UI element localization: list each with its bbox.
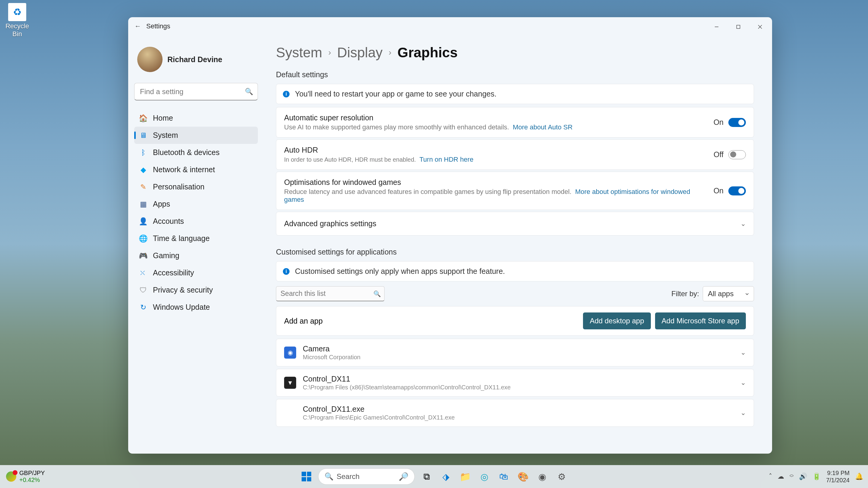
crumb-display[interactable]: Display (337, 44, 383, 61)
breadcrumb: System › Display › Graphics (276, 44, 754, 61)
onedrive-icon[interactable]: ☁ (777, 472, 784, 481)
nav-label: Privacy & security (153, 286, 213, 294)
sidebar-item-system[interactable]: 🖥System (134, 127, 258, 144)
sidebar-item-time-language[interactable]: 🌐Time & language (134, 230, 258, 247)
sidebar-item-network-internet[interactable]: ◆Network & internet (134, 161, 258, 178)
app-icon: ◉ (284, 346, 296, 359)
search-icon: 🔍 (373, 290, 381, 297)
asr-link[interactable]: More about Auto SR (513, 123, 572, 131)
sidebar-item-accessibility[interactable]: ⛌Accessibility (134, 264, 258, 281)
sidebar-item-home[interactable]: 🏠Home (134, 110, 258, 127)
app-row[interactable]: ▼Control_DX11C:\Program Files (x86)\Stea… (276, 369, 754, 397)
recycle-bin[interactable]: ♻ Recycle Bin (4, 3, 30, 38)
settings-window: ← Settings Richard Devine 🔍 🏠Home🖥System… (128, 17, 772, 454)
nav-label: Network & internet (153, 165, 215, 174)
volume-icon[interactable]: 🔊 (799, 472, 807, 481)
taskbar-search-label: Search (337, 472, 360, 481)
app-sub: C:\Program Files\Epic Games\Control\Cont… (303, 414, 734, 421)
nav-icon: ⛌ (139, 269, 148, 277)
tray-chevron-up-icon[interactable]: ˄ (769, 472, 772, 481)
search-input[interactable] (134, 83, 258, 100)
widgets-button[interactable]: GBP/JPY +0.42% (6, 469, 44, 484)
nav-label: Windows Update (153, 303, 210, 311)
sidebar-item-windows-update[interactable]: ↻Windows Update (134, 299, 258, 316)
filter-dropdown[interactable]: All apps (703, 286, 754, 301)
nav-label: Bluetooth & devices (153, 148, 220, 157)
steam-button[interactable]: ◉ (535, 469, 550, 484)
custom-banner-text: Customised settings only apply when apps… (295, 267, 505, 276)
taskbar-search[interactable]: 🔍 Search 🔎 (318, 468, 415, 485)
chevron-right-icon: › (389, 48, 392, 57)
back-button[interactable]: ← (132, 20, 144, 32)
stock-symbol: GBP/JPY (19, 469, 44, 477)
filter-value: All apps (708, 289, 734, 298)
sidebar-item-privacy-security[interactable]: 🛡Privacy & security (134, 281, 258, 299)
main-content: System › Display › Graphics Default sett… (264, 17, 772, 454)
start-button[interactable] (299, 469, 314, 484)
chevron-down-icon: ⌄ (740, 409, 746, 417)
app-name: Camera (303, 344, 734, 353)
asr-toggle[interactable] (728, 118, 746, 127)
store-button[interactable]: 🛍 (496, 469, 511, 484)
app-row[interactable]: Control_DX11.exeC:\Program Files\Epic Ga… (276, 399, 754, 427)
section-title-custom: Customised settings for applications (276, 248, 754, 256)
settings-taskbar-button[interactable]: ⚙ (554, 469, 569, 484)
add-store-app-button[interactable]: Add Microsoft Store app (655, 312, 746, 329)
advanced-graphics-expander[interactable]: Advanced graphics settings ⌄ (276, 212, 754, 236)
nav-label: Time & language (153, 234, 210, 243)
app-row[interactable]: ◉CameraMicrosoft Corporation⌄ (276, 339, 754, 366)
section-title-default: Default settings (276, 70, 754, 79)
wifi-icon[interactable]: ⌔ (789, 472, 794, 481)
sidebar-item-bluetooth-devices[interactable]: ᛒBluetooth & devices (134, 144, 258, 161)
clock[interactable]: 9:19 PM 7/1/2024 (826, 469, 849, 484)
info-icon: i (283, 91, 289, 97)
task-view-button[interactable]: ⧉ (419, 469, 434, 484)
app-sub: C:\Program Files (x86)\Steam\steamapps\c… (303, 384, 734, 391)
clock-date: 7/1/2024 (826, 477, 849, 484)
setting-optimisations: Optimisations for windowed games Reduce … (276, 172, 754, 210)
copilot-button[interactable]: ⬗ (438, 469, 453, 484)
user-name: Richard Devine (167, 55, 222, 64)
nav-icon: 🏠 (139, 114, 148, 122)
edge-button[interactable]: ◎ (477, 469, 492, 484)
file-explorer-button[interactable]: 📁 (458, 469, 473, 484)
battery-icon[interactable]: 🔋 (812, 472, 820, 481)
hdr-link[interactable]: Turn on HDR here (420, 156, 473, 163)
minimize-button[interactable] (706, 19, 727, 35)
search-highlight-icon: 🔎 (399, 472, 408, 481)
nav-label: Personalisation (153, 182, 205, 191)
clock-time: 9:19 PM (827, 469, 849, 477)
recycle-bin-icon: ♻ (8, 3, 26, 21)
chevron-down-icon: ⌄ (740, 349, 746, 357)
opt-sub: Reduce latency and use advanced features… (284, 188, 571, 195)
sidebar: Richard Devine 🔍 🏠Home🖥SystemᛒBluetooth … (128, 17, 264, 454)
notifications-icon[interactable]: 🔔 (855, 472, 863, 481)
crumb-system[interactable]: System (276, 44, 322, 61)
opt-toggle[interactable] (728, 186, 746, 195)
add-desktop-app-button[interactable]: Add desktop app (583, 312, 651, 329)
app-pin-1[interactable]: 🎨 (516, 469, 530, 484)
crumb-current: Graphics (398, 44, 458, 61)
add-app-label: Add an app (284, 317, 579, 326)
nav-label: Apps (153, 200, 170, 208)
close-button[interactable] (749, 19, 771, 35)
sidebar-item-gaming[interactable]: 🎮Gaming (134, 247, 258, 264)
windows-logo-icon (302, 472, 311, 481)
sidebar-item-apps[interactable]: ▦Apps (134, 195, 258, 213)
list-search-input[interactable] (276, 286, 384, 301)
nav-label: System (153, 131, 178, 140)
maximize-button[interactable] (727, 19, 749, 35)
user-account-row[interactable]: Richard Devine (134, 44, 258, 74)
nav-icon: ᛒ (139, 148, 148, 157)
titlebar: ← Settings (128, 17, 772, 35)
restart-banner-text: You'll need to restart your app or game … (295, 90, 496, 98)
restart-info-banner: i You'll need to restart your app or gam… (276, 84, 754, 104)
setting-asr: Automatic super resolution Use AI to mak… (276, 107, 754, 138)
sidebar-item-accounts[interactable]: 👤Accounts (134, 213, 258, 230)
nav-icon: ✎ (139, 183, 148, 191)
hdr-toggle[interactable] (728, 150, 746, 159)
nav-icon: ▦ (139, 200, 148, 208)
svg-rect-1 (737, 25, 740, 29)
sidebar-item-personalisation[interactable]: ✎Personalisation (134, 178, 258, 195)
nav-icon: 🌐 (139, 234, 148, 243)
